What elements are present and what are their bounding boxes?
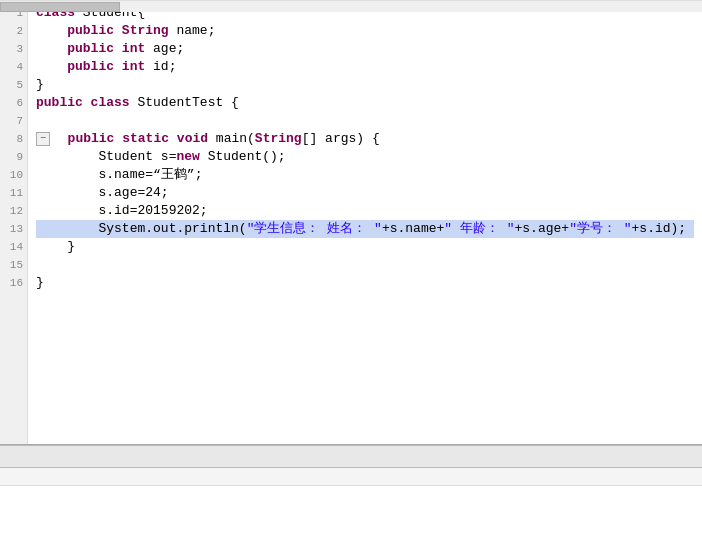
token-string: "学生信息： 姓名： " (247, 220, 382, 238)
token-kw: public (36, 94, 91, 112)
code-line-11: s.age=24; (36, 184, 694, 202)
indent (36, 238, 67, 256)
line-number-5: 5 (0, 76, 23, 94)
token-plain: id; (153, 58, 176, 76)
token-plain: [] args) { (302, 130, 380, 148)
indent (36, 166, 98, 184)
token-plain: out (153, 220, 176, 238)
token-plain: main( (216, 130, 255, 148)
token-plain: } (67, 238, 75, 256)
token-plain: s.name=“王鹤”; (98, 166, 202, 184)
indent (36, 202, 98, 220)
token-plain: name; (176, 22, 215, 40)
line-number-12: 12 (0, 202, 23, 220)
code-line-7 (36, 112, 694, 130)
token-string: "学号： " (569, 220, 631, 238)
token-plain: s.id=20159202; (98, 202, 207, 220)
token-type: String (255, 130, 302, 148)
token-plain: } (36, 76, 44, 94)
token-plain: s.age=24; (98, 184, 168, 202)
token-plain: System. (98, 220, 153, 238)
line-number-15: 15 (0, 256, 23, 274)
line-number-6: 6 (0, 94, 23, 112)
indent (36, 58, 67, 76)
code-line-12: s.id=20159202; (36, 202, 694, 220)
token-string: " 年龄： " (444, 220, 514, 238)
indent-partial (52, 130, 68, 148)
code-line-5: } (36, 76, 694, 94)
token-kw: public (67, 40, 122, 58)
token-plain: age; (153, 40, 184, 58)
line-number-13: 13 (0, 220, 23, 238)
token-kw: void (177, 130, 216, 148)
token-plain: .println( (176, 220, 246, 238)
code-area[interactable]: class Student{ public String name; publi… (28, 0, 702, 444)
code-line-8: − public static void main(String[] args)… (36, 130, 694, 148)
collapse-icon[interactable]: − (36, 132, 50, 146)
indent (36, 40, 67, 58)
line-number-10: 10 (0, 166, 23, 184)
line-number-16: 16 (0, 274, 23, 292)
token-kw: public (68, 130, 123, 148)
line-number-3: 3 (0, 40, 23, 58)
code-editor: 12345678910111213141516 class Student{ p… (0, 0, 702, 445)
token-plain: Student s= (98, 148, 176, 166)
code-line-15 (36, 256, 694, 274)
token-type: int (122, 58, 153, 76)
line-numbers: 12345678910111213141516 (0, 0, 28, 444)
code-line-13: System.out.println("学生信息： 姓名： "+s.name+"… (36, 220, 694, 238)
token-kw: class (91, 94, 138, 112)
code-line-6: public class StudentTest { (36, 94, 694, 112)
code-line-10: s.name=“王鹤”; (36, 166, 694, 184)
console-toolbar (0, 468, 702, 486)
bottom-tabs (0, 445, 702, 467)
token-plain: } (36, 274, 44, 292)
line-number-9: 9 (0, 148, 23, 166)
code-line-2: public String name; (36, 22, 694, 40)
line-number-14: 14 (0, 238, 23, 256)
token-plain: StudentTest { (137, 94, 238, 112)
indent (36, 184, 98, 202)
code-line-9: Student s=new Student(); (36, 148, 694, 166)
indent (36, 220, 98, 238)
token-kw: public (67, 22, 122, 40)
token-kw: new (176, 148, 207, 166)
token-plain: +s.name+ (382, 220, 444, 238)
line-number-7: 7 (0, 112, 23, 130)
indent (36, 148, 98, 166)
scrollbar-thumb[interactable] (0, 2, 120, 12)
line-number-11: 11 (0, 184, 23, 202)
token-plain: Student(); (208, 148, 286, 166)
code-line-14: } (36, 238, 694, 256)
console-content (0, 486, 702, 494)
indent (36, 22, 67, 40)
token-plain: +s.id); (632, 220, 687, 238)
token-kw: static (122, 130, 177, 148)
token-type: int (122, 40, 153, 58)
line-number-8: 8 (0, 130, 23, 148)
token-plain: +s.age+ (515, 220, 570, 238)
code-line-3: public int age; (36, 40, 694, 58)
horizontal-scrollbar[interactable] (0, 0, 702, 12)
console-area (0, 467, 702, 547)
token-type: String (122, 22, 177, 40)
code-line-16: } (36, 274, 694, 292)
token-kw: public (67, 58, 122, 76)
code-line-4: public int id; (36, 58, 694, 76)
line-number-2: 2 (0, 22, 23, 40)
line-number-4: 4 (0, 58, 23, 76)
